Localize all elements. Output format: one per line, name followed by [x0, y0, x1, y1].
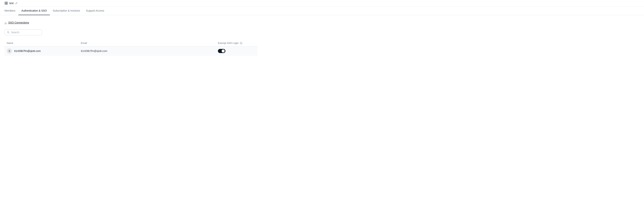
back-arrow-icon: ←	[4, 21, 7, 24]
org-name: test	[9, 2, 14, 5]
name-text: 61ri09b7fm@qiott.com	[14, 49, 40, 52]
tab-members[interactable]: Members	[4, 6, 18, 15]
search-input[interactable]	[11, 31, 40, 34]
nav-tabs: Members Authentication & SSO Subscriptio…	[0, 6, 644, 15]
svg-rect-0	[5, 2, 6, 3]
name-cell: 6 61ri09b7fm@qiott.com	[7, 48, 78, 54]
svg-rect-3	[6, 3, 8, 4]
exempt-toggle[interactable]	[218, 49, 226, 53]
top-bar: test	[0, 0, 644, 6]
svg-point-4	[7, 31, 9, 33]
col-email: Email	[81, 42, 215, 44]
table-row: 6 61ri09b7fm@qiott.com 61ri09b7fm@qiott.…	[4, 46, 258, 56]
search-wrapper	[4, 29, 42, 35]
svg-rect-2	[5, 3, 6, 4]
org-icon	[4, 1, 8, 5]
col-exempt: Exempt SSO Login	[218, 42, 255, 44]
col-name: Name	[7, 42, 78, 44]
toggle-cell	[218, 49, 255, 53]
svg-rect-1	[6, 2, 8, 3]
main-content: ← SSO Connections Name Email Exempt	[0, 15, 262, 62]
edit-icon[interactable]	[15, 2, 18, 4]
search-container	[4, 29, 258, 35]
search-icon	[7, 31, 10, 34]
back-link[interactable]: ← SSO Connections	[4, 21, 258, 24]
info-icon[interactable]	[240, 42, 242, 44]
svg-line-5	[9, 33, 10, 34]
tab-subscription[interactable]: Subscription & Invoices	[50, 6, 83, 15]
tab-auth-sso[interactable]: Authentication & SSO	[18, 6, 50, 15]
back-link-text: SSO Connections	[8, 21, 29, 24]
avatar: 6	[7, 48, 12, 54]
email-cell: 61ri09b7fm@qiott.com	[81, 49, 215, 52]
table: Name Email Exempt SSO Login	[4, 40, 258, 56]
table-header: Name Email Exempt SSO Login	[4, 40, 258, 46]
tab-support-access[interactable]: Support Access	[83, 6, 107, 15]
toggle-track	[218, 49, 226, 53]
toggle-thumb	[222, 49, 225, 52]
